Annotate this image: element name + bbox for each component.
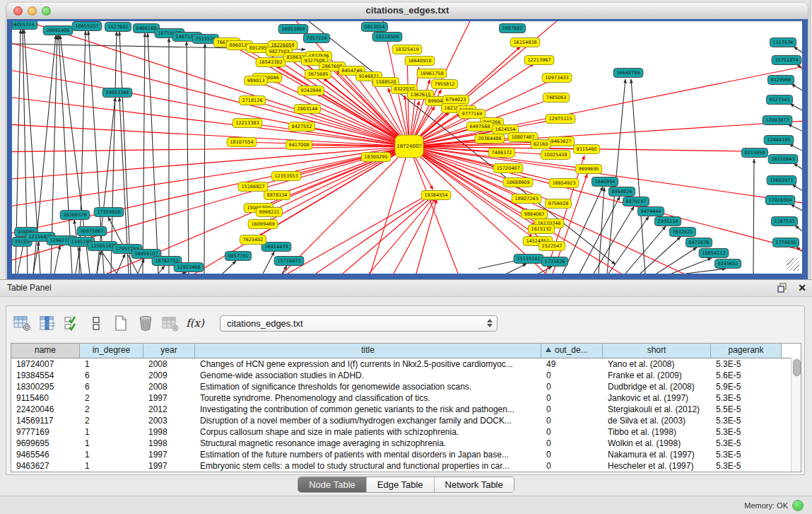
graph-node[interactable]: 18107554	[227, 138, 257, 147]
graph-node[interactable]: 62160	[531, 140, 551, 149]
table-row[interactable]: 969969511998Structural magnetic resonanc…	[11, 438, 801, 449]
graph-node[interactable]: 7632621	[669, 228, 695, 237]
table-cell[interactable]: 19384554	[11, 370, 80, 381]
table-cell[interactable]: Estimation of the future numbers of pati…	[195, 449, 541, 460]
table-cell[interactable]: Jankovic et al. (1997)	[603, 392, 711, 404]
table-cell[interactable]: Yano et al. (2008)	[603, 358, 711, 370]
graph-node[interactable]: 15166827	[238, 182, 268, 192]
table-cell[interactable]: Tourette syndrome. Phenomenology and cla…	[195, 392, 541, 404]
table-cell[interactable]: 1997	[143, 449, 195, 460]
table-cell[interactable]: 22420046	[11, 404, 80, 415]
graph-node[interactable]: 1640954	[592, 177, 618, 187]
citation-network-graph[interactable]: 2405572420691406106552571527602846616010…	[12, 21, 802, 274]
column-header-in_degree[interactable]: in_degree	[80, 344, 143, 358]
table-cell[interactable]: 1	[80, 358, 143, 370]
table-vertical-scrollbar[interactable]	[791, 358, 801, 472]
table-cell[interactable]: 14569117	[11, 415, 80, 426]
graph-node[interactable]: 2718126	[239, 96, 265, 105]
graph-node[interactable]: 16648784	[613, 69, 643, 78]
table-cell[interactable]: 0	[541, 404, 603, 415]
table-cell[interactable]: 2	[80, 392, 143, 404]
table-cell[interactable]: 5.3E-5	[711, 392, 782, 404]
graph-node[interactable]: 7485063	[543, 93, 569, 103]
graph-node[interactable]: 8427552	[288, 122, 314, 132]
graph-node[interactable]: 9245652	[714, 259, 741, 269]
table-cell[interactable]: 0	[541, 381, 603, 392]
column-header-title[interactable]: title	[195, 344, 541, 358]
table-cell[interactable]: Corpus callosum shape and size in male p…	[195, 426, 541, 438]
graph-node[interactable]: 1776035	[772, 238, 799, 247]
graph-node[interactable]: 989013	[245, 76, 268, 86]
table-settings-button[interactable]	[12, 313, 32, 333]
column-header-year[interactable]: year	[143, 344, 195, 358]
table-cell[interactable]: 5.3E-5	[711, 358, 782, 370]
table-cell[interactable]: 5.3E-5	[711, 426, 782, 438]
graph-node[interactable]: 16053809	[278, 25, 308, 34]
graph-node[interactable]: 24055724	[12, 21, 37, 30]
table-cell[interactable]: 1	[80, 460, 143, 472]
graph-node[interactable]: 10688609	[503, 178, 533, 187]
table-cell[interactable]: 9115460	[11, 392, 80, 404]
table-cell[interactable]: 0	[541, 426, 603, 438]
graph-node[interactable]: 1733426	[541, 257, 567, 267]
table-column-button[interactable]	[37, 313, 57, 333]
graph-node[interactable]: 12213967	[524, 56, 554, 65]
table-cell[interactable]: Dudbridge et al. (2008)	[603, 381, 711, 392]
table-cell[interactable]: 6	[80, 370, 143, 381]
graph-node[interactable]: 12444195	[764, 136, 794, 145]
graph-node[interactable]: 9463627	[548, 137, 574, 146]
table-cell[interactable]: Wolkin et al. (1998)	[603, 438, 711, 449]
table-cell[interactable]: 5.3E-5	[711, 460, 782, 472]
table-row[interactable]: 1456911722003Disruption of a novel membe…	[11, 415, 801, 426]
table-cell[interactable]: 0	[541, 460, 603, 472]
table-cell[interactable]: Disruption of a novel member of a sodium…	[195, 415, 541, 426]
graph-node[interactable]: 6497568	[466, 122, 493, 132]
table-cell[interactable]: 5.6E-5	[711, 370, 782, 381]
graph-node[interactable]: 9884067	[521, 210, 547, 219]
table-cell[interactable]: 1998	[143, 426, 195, 438]
graph-node[interactable]: 20691406	[43, 26, 73, 35]
table-cell[interactable]: 5.9E-5	[711, 381, 782, 392]
graph-node[interactable]: 16654923	[549, 179, 579, 188]
graph-node[interactable]: 8471676	[686, 238, 712, 247]
table-cell[interactable]: Nakamura et al. (1997)	[603, 449, 711, 460]
table-cell[interactable]: 9465546	[11, 449, 80, 460]
graph-node[interactable]: 9242844	[298, 86, 324, 95]
graph-node[interactable]: 12353553	[271, 172, 301, 181]
table-cell[interactable]: 5.3E-5	[711, 449, 782, 460]
graph-node[interactable]: 15135141	[514, 255, 543, 264]
table-row[interactable]: 946362711997Embryonic stem cells: a mode…	[11, 460, 801, 472]
graph-node[interactable]: 12093877	[763, 116, 792, 125]
table-cell[interactable]: 0	[541, 449, 603, 460]
column-header-out_de[interactable]: out_de...	[541, 344, 603, 358]
graph-node[interactable]: 17359928	[94, 208, 124, 217]
table-cell[interactable]: 0	[541, 415, 603, 426]
graph-node[interactable]: 15751074	[772, 56, 801, 65]
graph-node[interactable]: 16154838	[510, 38, 540, 47]
graph-node[interactable]: 29053346	[102, 88, 132, 98]
graph-node[interactable]: 8958924	[608, 187, 635, 197]
graph-node[interactable]: 15716471	[274, 257, 304, 266]
graph-node[interactable]: 18807243	[512, 194, 541, 204]
graph-node[interactable]: 20206576	[60, 211, 90, 220]
graph-node[interactable]: 16210643	[768, 155, 798, 164]
table-row[interactable]: 1830029562008Estimation of significance …	[11, 381, 801, 392]
graph-node[interactable]: 9474444	[637, 207, 664, 216]
table-cell[interactable]: 9463627	[11, 460, 80, 472]
graph-node[interactable]: 6879197	[623, 197, 649, 206]
network-canvas[interactable]: 2405572420691406106552571527602846616010…	[12, 21, 802, 274]
table-cell[interactable]: 9699695	[11, 438, 80, 449]
column-header-name[interactable]: name	[11, 344, 80, 358]
table-cell[interactable]: 2003	[143, 415, 195, 426]
table-cell[interactable]: 2009	[143, 370, 195, 381]
table-cell[interactable]: 2	[80, 415, 143, 426]
graph-node[interactable]: 10973433	[542, 74, 572, 83]
table-cell[interactable]: 18300295	[11, 381, 80, 392]
graph-node[interactable]: 10218506	[372, 33, 402, 42]
table-cell[interactable]: Changes of HCN gene expression and I(f) …	[195, 358, 541, 370]
graph-node[interactable]: 6794023	[442, 95, 469, 105]
table-cell[interactable]: de Silva et al. (2003)	[603, 415, 711, 426]
table-cell[interactable]: Embryonic stem cells: a model to study s…	[195, 460, 541, 472]
function-builder-button[interactable]: f(x)	[185, 313, 205, 333]
graph-node[interactable]: 16543382	[256, 58, 286, 67]
